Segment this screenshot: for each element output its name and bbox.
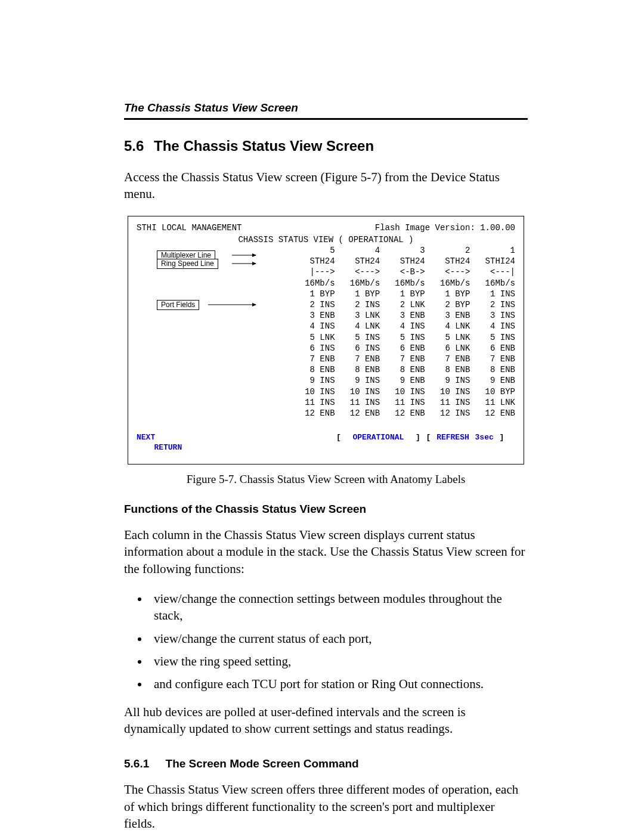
terminal-header-left: STHI LOCAL MANAGEMENT xyxy=(137,222,242,233)
bullet-item: view/change the connection settings betw… xyxy=(149,590,528,624)
port-row: 3 ENB 3 LNK 3 ENB 3 ENB 3 INS xyxy=(137,310,515,321)
port-row: 2 INS 2 INS 2 LNK 2 BYP 2 INS xyxy=(137,299,515,310)
port-row: 12 ENB 12 ENB 12 ENB 12 INS 12 ENB xyxy=(137,408,515,419)
section-title: The Chassis Status View Screen xyxy=(154,138,374,154)
figure-caption: Figure 5-7. Chassis Status View Screen w… xyxy=(124,473,528,486)
subsection-heading: 5.6.1 The Screen Mode Screen Command xyxy=(124,757,528,770)
running-header: The Chassis Status View Screen xyxy=(124,101,528,120)
subsection-title: The Screen Mode Screen Command xyxy=(166,757,359,770)
terminal-screenshot: STHI LOCAL MANAGEMENT Flash Image Versio… xyxy=(128,216,524,465)
intro-paragraph: Access the Chassis Status View screen (F… xyxy=(124,169,528,203)
terminal-multiplexer-row: |---> <---> <-B-> <---> <---| xyxy=(137,267,515,277)
polling-paragraph: All hub devices are polled at user-defin… xyxy=(124,704,528,738)
terminal-header-right: Flash Image Version: 1.00.00 xyxy=(375,222,515,233)
bullet-item: and configure each TCU port for station … xyxy=(149,676,528,692)
footer-refresh: REFRESH 3sec xyxy=(436,433,494,442)
bullet-item: view/change the current status of each p… xyxy=(149,630,528,647)
port-row: 5 LNK 5 INS 5 INS 5 LNK 5 INS xyxy=(137,332,515,343)
bullet-item: view the ring speed setting, xyxy=(149,653,528,670)
port-row: 4 INS 4 LNK 4 INS 4 LNK 4 INS xyxy=(137,321,515,332)
footer-return: RETURN xyxy=(154,443,182,452)
port-row: 6 INS 6 INS 6 ENB 6 LNK 6 ENB xyxy=(137,343,515,354)
port-row: 7 ENB 7 ENB 7 ENB 7 ENB 7 ENB xyxy=(137,354,515,364)
functions-paragraph: Each column in the Chassis Status View s… xyxy=(124,527,528,577)
section-number: 5.6 xyxy=(124,138,144,154)
functions-heading: Functions of the Chassis Status View Scr… xyxy=(124,503,528,516)
subsection-paragraph: The Chassis Status View screen offers th… xyxy=(124,781,528,832)
port-row: 1 BYP 1 BYP 1 BYP 1 BYP 1 INS xyxy=(137,289,515,299)
functions-bullet-list: view/change the connection settings betw… xyxy=(124,590,528,693)
terminal-port-rows: 1 BYP 1 BYP 1 BYP 1 BYP 1 INS 2 INS 2 IN… xyxy=(137,289,515,419)
footer-next: NEXT xyxy=(137,433,155,442)
terminal-column-numbers: 5 4 3 2 1 xyxy=(137,245,515,256)
terminal-subtitle: CHASSIS STATUS VIEW ( OPERATIONAL ) xyxy=(137,234,515,245)
footer-operational: OPERATIONAL xyxy=(352,433,404,442)
terminal-ring-speed-row: 16Mb/s 16Mb/s 16Mb/s 16Mb/s 16Mb/s xyxy=(137,278,515,289)
port-row: 8 ENB 8 ENB 8 ENB 8 ENB 8 ENB xyxy=(137,364,515,375)
port-row: 11 INS 11 INS 11 INS 11 INS 11 LNK xyxy=(137,397,515,408)
port-row: 9 INS 9 INS 9 ENB 9 INS 9 ENB xyxy=(137,375,515,386)
terminal-footer: NEXT [ OPERATIONAL ] [ REFRESH 3sec ] RE… xyxy=(137,433,515,453)
subsection-number: 5.6.1 xyxy=(124,757,149,770)
section-heading: 5.6 The Chassis Status View Screen xyxy=(124,138,528,154)
port-row: 10 INS 10 INS 10 INS 10 INS 10 BYP xyxy=(137,386,515,397)
terminal-model-row: STH24 STH24 STH24 STH24 STHI24 xyxy=(137,256,515,267)
